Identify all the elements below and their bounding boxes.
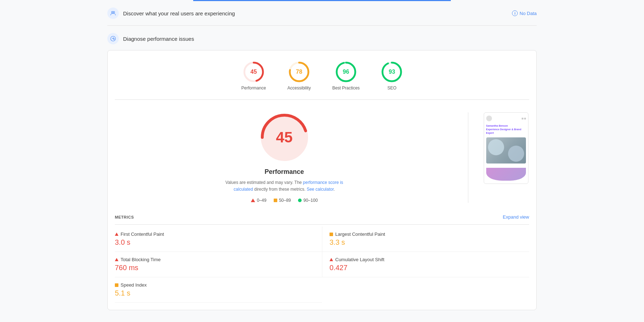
score-item-performance[interactable]: 45 Performance xyxy=(241,61,266,91)
cls-name: Cumulative Layout Shift xyxy=(335,257,384,262)
metric-cls-title-row: Cumulative Layout Shift xyxy=(330,257,522,262)
svg-point-0 xyxy=(112,11,113,13)
metric-fcp: First Contentful Paint 3.0 s xyxy=(115,226,322,252)
lcp-name: Largest Contentful Paint xyxy=(335,231,385,237)
metrics-label: METRICS xyxy=(115,215,134,219)
fcp-name: First Contentful Paint xyxy=(121,231,164,237)
diagnose-icon-svg xyxy=(110,35,116,42)
best-practices-label: Best Practices xyxy=(332,86,360,91)
discover-section: Discover what your real users are experi… xyxy=(107,1,537,26)
accessibility-circle: 78 xyxy=(288,61,310,83)
legend-orange: 50–89 xyxy=(274,198,291,203)
si-value: 5.1 s xyxy=(115,289,308,297)
metric-tbt: Total Blocking Time 760 ms xyxy=(115,252,322,277)
si-name: Speed Index xyxy=(121,282,147,288)
preview-thumbnail: Samantha BensonExperience Designer & Bra… xyxy=(484,112,528,184)
thumb-circle-2 xyxy=(508,146,524,162)
performance-circle: 45 xyxy=(243,61,264,83)
divider xyxy=(115,99,529,100)
no-data-badge[interactable]: i No Data xyxy=(512,10,537,16)
score-item-seo[interactable]: 93 SEO xyxy=(381,61,402,91)
diagnose-section: Diagnose performance issues 45 Performan… xyxy=(107,26,537,314)
legend-red-label: 0–49 xyxy=(257,198,267,203)
tbt-name: Total Blocking Time xyxy=(121,257,161,262)
thumb-circle-1 xyxy=(488,139,504,155)
thumb-blob xyxy=(486,168,526,181)
page-container: Discover what your real users are experi… xyxy=(0,0,644,322)
big-score-circle: 45 xyxy=(259,112,309,162)
vertical-divider xyxy=(468,112,468,203)
seo-score: 93 xyxy=(389,69,395,75)
big-score-title: Performance xyxy=(264,168,304,176)
lcp-square-icon xyxy=(330,233,333,236)
performance-label: Performance xyxy=(241,86,266,91)
lcp-value: 3.3 s xyxy=(330,238,522,247)
legend-green-label: 90–100 xyxy=(303,198,318,203)
best-practices-circle: 96 xyxy=(335,61,357,83)
metrics-header: METRICS Expand view xyxy=(115,210,529,223)
big-score-number: 45 xyxy=(276,129,293,146)
seo-label: SEO xyxy=(387,86,396,91)
diagnose-title: Diagnose performance issues xyxy=(123,36,194,42)
main-performance-section: 45 Performance Values are estimated and … xyxy=(115,102,529,210)
svg-point-1 xyxy=(113,11,115,13)
discover-left: Discover what your real users are experi… xyxy=(107,8,235,19)
users-icon xyxy=(110,10,116,16)
score-circles-row: 45 Performance 78 Accessibility xyxy=(115,58,529,98)
legend-green: 90–100 xyxy=(298,198,318,203)
fcp-value: 3.0 s xyxy=(115,238,308,247)
score-item-best-practices[interactable]: 96 Best Practices xyxy=(332,61,360,91)
thumb-logo xyxy=(486,116,492,121)
accessibility-label: Accessibility xyxy=(287,86,311,91)
no-data-label: No Data xyxy=(519,11,537,16)
circle-icon xyxy=(298,199,302,202)
discover-icon xyxy=(107,8,119,19)
metric-lcp: Largest Contentful Paint 3.3 s xyxy=(322,226,529,252)
best-practices-score: 96 xyxy=(343,69,349,75)
performance-left: 45 Performance Values are estimated and … xyxy=(115,112,454,203)
diagnose-header: Diagnose performance issues xyxy=(107,33,537,44)
metrics-divider xyxy=(115,224,529,225)
square-icon xyxy=(274,199,277,202)
seo-circle: 93 xyxy=(381,61,402,83)
thumb-dot-2 xyxy=(524,118,526,119)
metrics-grid: First Contentful Paint 3.0 s Largest Con… xyxy=(115,226,529,303)
score-description: Values are estimated and may vary. The p… xyxy=(224,179,345,193)
legend-orange-label: 50–89 xyxy=(279,198,291,203)
fcp-triangle-icon xyxy=(115,233,118,236)
metric-lcp-title-row: Largest Contentful Paint xyxy=(330,231,522,237)
metric-si-title-row: Speed Index xyxy=(115,282,308,288)
accessibility-score: 78 xyxy=(296,69,302,75)
metric-fcp-title-row: First Contentful Paint xyxy=(115,231,308,237)
cls-value: 0.427 xyxy=(330,264,522,272)
calculator-link[interactable]: See calculator xyxy=(307,187,333,192)
metric-cls: Cumulative Layout Shift 0.427 xyxy=(322,252,529,277)
score-item-accessibility[interactable]: 78 Accessibility xyxy=(287,61,311,91)
score-card: 45 Performance 78 Accessibility xyxy=(107,50,537,310)
performance-right: Samantha BensonExperience Designer & Bra… xyxy=(483,112,529,184)
cls-triangle-icon xyxy=(330,258,333,261)
thumb-image xyxy=(486,137,526,163)
tbt-triangle-icon xyxy=(115,258,118,261)
triangle-icon xyxy=(251,199,255,202)
legend-row: 0–49 50–89 90–100 xyxy=(251,198,318,203)
discover-text: Discover what your real users are experi… xyxy=(123,10,235,16)
metric-tbt-title-row: Total Blocking Time xyxy=(115,257,308,262)
metric-si: Speed Index 5.1 s xyxy=(115,277,322,303)
diagnose-icon xyxy=(107,33,119,44)
thumb-dots xyxy=(522,118,526,119)
tbt-value: 760 ms xyxy=(115,264,308,272)
thumb-title: Samantha BensonExperience Designer & Bra… xyxy=(486,124,526,135)
expand-view-button[interactable]: Expand view xyxy=(503,214,529,220)
legend-red: 0–49 xyxy=(251,198,267,203)
si-square-icon xyxy=(115,283,118,287)
info-icon: i xyxy=(512,10,518,16)
thumb-header xyxy=(486,116,526,121)
performance-score: 45 xyxy=(250,69,257,75)
thumb-dot-1 xyxy=(522,118,523,119)
